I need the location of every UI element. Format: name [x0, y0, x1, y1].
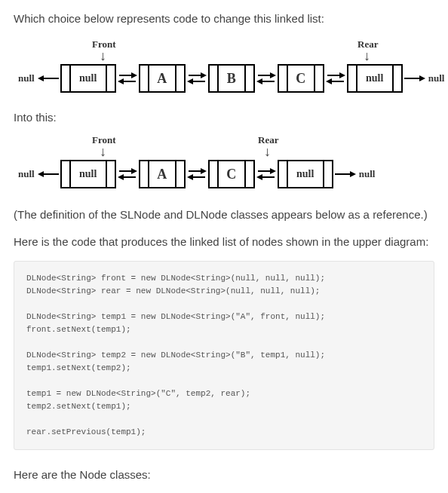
into-this-label: Into this: [14, 111, 434, 124]
node-a: A [139, 64, 186, 93]
svg-marker-31 [270, 168, 276, 174]
arrow-bi-icon [186, 167, 208, 181]
svg-marker-23 [131, 168, 137, 174]
down-arrow-icon: ↓ [364, 49, 370, 63]
node-front: null [60, 64, 116, 93]
node-value: null [288, 161, 324, 187]
node-value: A [149, 66, 176, 91]
svg-marker-17 [326, 78, 332, 84]
node-value: null [357, 66, 394, 91]
arrow-right-icon [333, 170, 357, 179]
arrow-bi-icon [116, 72, 139, 85]
svg-marker-25 [118, 174, 124, 180]
svg-marker-13 [256, 78, 262, 84]
arrow-left-icon [36, 74, 60, 83]
node-c: C [278, 64, 324, 93]
svg-marker-3 [131, 72, 137, 78]
arrow-bi-icon [255, 72, 278, 85]
arrow-bi-icon [255, 167, 278, 181]
node-rear: null [347, 64, 403, 93]
node-value: null [71, 66, 107, 91]
node-c: C [208, 160, 255, 188]
arrow-bi-icon [324, 72, 347, 85]
svg-marker-27 [201, 168, 207, 174]
svg-marker-11 [270, 72, 276, 78]
setup-text: Here is the code that produces the linke… [14, 234, 434, 250]
node-classes-heading: Here are the Node classes: [14, 467, 434, 483]
svg-marker-33 [256, 174, 262, 180]
node-value: B [219, 66, 246, 91]
svg-marker-19 [419, 75, 425, 81]
node-value: null [71, 161, 107, 187]
node-value: C [288, 66, 315, 91]
down-arrow-icon: ↓ [100, 49, 106, 63]
question-text: Which choice below represents code to ch… [14, 12, 434, 25]
null-left: null [17, 72, 36, 84]
svg-marker-15 [339, 72, 345, 78]
node-a: A [139, 160, 186, 188]
node-front: null [60, 160, 116, 188]
svg-marker-9 [187, 78, 193, 84]
svg-marker-7 [201, 72, 207, 78]
diagram-before: Front ↓ Rear ↓ null null A B [17, 38, 434, 93]
down-arrow-icon: ↓ [100, 145, 106, 158]
arrow-bi-icon [116, 167, 139, 181]
null-right: null [357, 168, 377, 180]
svg-marker-35 [350, 171, 356, 177]
node-rear: null [278, 160, 333, 188]
arrow-right-icon [403, 74, 427, 83]
code-block: DLNode<String> front = new DLNode<String… [14, 261, 434, 451]
diagram-after: Front ↓ Rear ↓ null null A C [17, 134, 434, 188]
svg-marker-29 [187, 174, 193, 180]
reference-note: (The definition of the SLNode and DLNode… [14, 207, 434, 223]
node-b: B [208, 64, 255, 93]
svg-marker-1 [38, 75, 44, 81]
arrow-bi-icon [186, 72, 208, 85]
node-value: C [219, 161, 246, 187]
down-arrow-icon: ↓ [264, 145, 271, 158]
svg-marker-5 [118, 78, 124, 84]
node-value: A [149, 161, 176, 187]
svg-marker-21 [38, 171, 44, 177]
arrow-left-icon [36, 170, 60, 179]
null-right: null [427, 72, 446, 84]
null-left: null [17, 168, 36, 180]
